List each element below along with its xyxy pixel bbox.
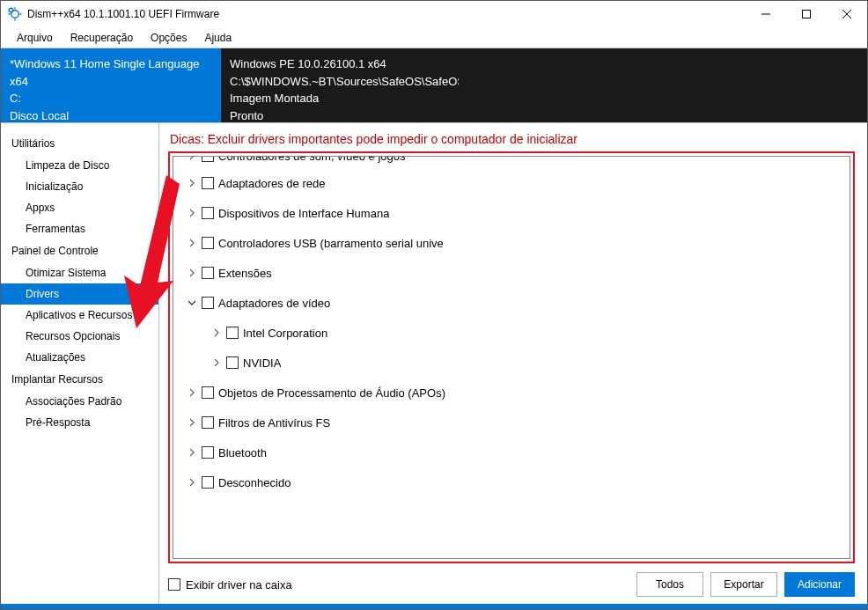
sidebar-item[interactable]: Aplicativos e Recursos <box>1 305 158 326</box>
chevron-right-icon[interactable] <box>185 266 199 280</box>
tip-text: Dicas: Excluir drivers importantes pode … <box>168 132 855 146</box>
sidebar-item[interactable]: Ferramentas <box>1 218 158 239</box>
tree-checkbox[interactable] <box>202 386 214 399</box>
tree-checkbox[interactable] <box>202 446 214 459</box>
svg-point-1 <box>9 8 13 12</box>
tree-label: Adaptadores de rede <box>218 177 325 190</box>
os-panel-inactive[interactable]: Windows PE 10.0.26100.1 x64 C:\$WINDOWS.… <box>221 48 867 122</box>
chevron-right-icon[interactable] <box>185 386 199 400</box>
tree-row[interactable]: Adaptadores de vídeo <box>175 290 848 315</box>
sidebar-item[interactable]: Associações Padrão <box>1 391 158 412</box>
export-button[interactable]: Exportar <box>710 572 777 597</box>
tree-checkbox[interactable] <box>202 297 214 309</box>
chevron-right-icon[interactable] <box>185 236 199 250</box>
footer-row: Exibir driver na caixa Todos Exportar Ad… <box>168 563 855 597</box>
sidebar-item[interactable]: Appxs <box>1 197 158 218</box>
sidebar-item[interactable]: Inicialização <box>1 176 158 197</box>
sidebar-item[interactable]: Drivers <box>1 283 158 305</box>
chevron-right-icon[interactable] <box>185 206 199 220</box>
tree-row[interactable]: Extensões <box>175 261 848 285</box>
maximize-button[interactable] <box>786 1 827 27</box>
tree-checkbox[interactable] <box>202 267 214 279</box>
show-in-box-checkbox[interactable] <box>168 578 180 591</box>
chevron-right-icon[interactable] <box>185 475 199 489</box>
sidebar-item[interactable]: Pré-Resposta <box>1 412 158 433</box>
os-inactive-line: Windows PE 10.0.26100.1 x64 <box>230 55 858 73</box>
minimize-button[interactable] <box>746 1 786 27</box>
tree-checkbox[interactable] <box>202 157 214 162</box>
window-title: Dism++x64 10.1.1001.10 UEFI Firmware <box>27 8 746 20</box>
app-icon <box>8 7 22 21</box>
tree-checkbox[interactable] <box>202 476 214 489</box>
menu-item[interactable]: Opções <box>142 29 195 47</box>
tree-row[interactable]: Controladores de som, vídeo e jogos <box>175 157 848 165</box>
os-inactive-line: C:\$WINDOWS.~BT\Sources\SafeOS\SafeOS.Mo… <box>230 73 459 91</box>
tree-row[interactable]: Dispositivos de Interface Humana <box>175 201 848 225</box>
tree-label: Dispositivos de Interface Humana <box>218 207 389 220</box>
tree-row[interactable]: Adaptadores de rede <box>175 171 848 195</box>
tree-label: NVIDIA <box>243 356 281 370</box>
tree-label: Desconhecido <box>218 476 291 489</box>
sidebar-group-header: Painel de Controle <box>1 239 158 262</box>
tree-highlight-frame: Controladores de som, vídeo e jogosAdapt… <box>168 151 855 563</box>
os-active-line: *Windows 11 Home Single Language x64 <box>10 55 212 90</box>
add-button[interactable]: Adicionar <box>784 572 855 597</box>
chevron-right-icon[interactable] <box>210 326 224 340</box>
tree-row[interactable]: Filtros de Antivírus FS <box>175 410 848 435</box>
window-controls <box>746 1 867 27</box>
chevron-right-icon[interactable] <box>210 356 224 370</box>
tree-label: Filtros de Antivírus FS <box>218 416 330 430</box>
all-button[interactable]: Todos <box>636 572 703 597</box>
driver-tree-scroll[interactable]: Controladores de som, vídeo e jogosAdapt… <box>173 157 850 558</box>
chevron-right-icon[interactable] <box>185 157 199 163</box>
app-window: Dism++x64 10.1.1001.10 UEFI Firmware Arq… <box>0 0 868 610</box>
tree-label: Objetos de Processamento de Áudio (APOs) <box>218 386 445 400</box>
tree-label: Controladores de som, vídeo e jogos <box>218 157 405 163</box>
tree-row[interactable]: Bluetooth <box>175 440 848 465</box>
sidebar-item[interactable]: Otimizar Sistema <box>1 262 158 283</box>
sidebar-group-header: Implantar Recursos <box>1 368 158 391</box>
tree-label: Adaptadores de vídeo <box>218 297 330 310</box>
tree-row[interactable]: Controladores USB (barramento serial uni… <box>175 231 848 255</box>
tree-row[interactable]: NVIDIA <box>175 350 848 375</box>
menu-item[interactable]: Recuperação <box>62 29 142 47</box>
sidebar-item[interactable]: Limpeza de Disco <box>1 155 158 176</box>
sidebar-item[interactable]: Atualizações <box>1 347 158 368</box>
os-panels: *Windows 11 Home Single Language x64 C: … <box>1 48 867 122</box>
tree-row[interactable]: Intel Corporation <box>175 320 848 345</box>
show-in-box-label: Exibir driver na caixa <box>186 578 292 592</box>
chevron-right-icon[interactable] <box>185 176 199 190</box>
os-active-line: C: <box>10 90 212 107</box>
titlebar: Dism++x64 10.1.1001.10 UEFI Firmware <box>1 1 867 27</box>
tree-checkbox[interactable] <box>202 237 214 249</box>
show-in-box-option[interactable]: Exibir driver na caixa <box>168 578 629 592</box>
svg-rect-2 <box>803 11 811 18</box>
tree-label: Extensões <box>218 267 272 280</box>
tree-checkbox[interactable] <box>202 177 214 189</box>
os-panel-active[interactable]: *Windows 11 Home Single Language x64 C: … <box>1 48 221 122</box>
statusbar <box>1 604 867 609</box>
chevron-right-icon[interactable] <box>185 415 199 430</box>
menubar: ArquivoRecuperaçãoOpçõesAjuda <box>1 27 867 48</box>
chevron-down-icon[interactable] <box>185 296 199 310</box>
sidebar-group-header: Utilitários <box>1 132 158 155</box>
menu-item[interactable]: Arquivo <box>8 29 62 47</box>
tree-checkbox[interactable] <box>226 327 239 339</box>
tree-row[interactable]: Objetos de Processamento de Áudio (APOs) <box>175 380 848 405</box>
menu-item[interactable]: Ajuda <box>195 29 240 47</box>
content-pane: Dicas: Excluir drivers importantes pode … <box>159 123 867 604</box>
os-inactive-line: Imagem Montada <box>230 90 858 107</box>
tree-row[interactable]: Desconhecido <box>175 470 848 495</box>
tree-label: Intel Corporation <box>243 327 327 340</box>
body: UtilitáriosLimpeza de DiscoInicialização… <box>1 122 867 604</box>
driver-tree: Controladores de som, vídeo e jogosAdapt… <box>173 156 850 559</box>
tree-checkbox[interactable] <box>202 207 214 219</box>
sidebar: UtilitáriosLimpeza de DiscoInicialização… <box>1 123 159 604</box>
sidebar-item[interactable]: Recursos Opcionais <box>1 326 158 347</box>
tree-label: Bluetooth <box>218 446 267 459</box>
tree-checkbox[interactable] <box>202 416 214 429</box>
chevron-right-icon[interactable] <box>185 445 199 459</box>
tree-label: Controladores USB (barramento serial uni… <box>218 237 444 250</box>
close-button[interactable] <box>827 1 867 27</box>
tree-checkbox[interactable] <box>226 356 239 369</box>
